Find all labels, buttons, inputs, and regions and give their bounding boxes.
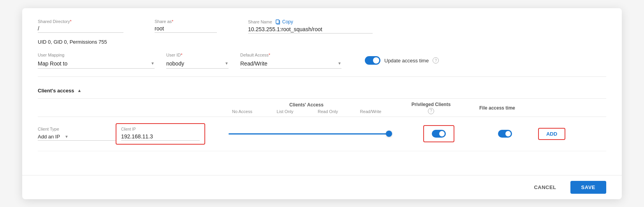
slider-track bbox=[229, 133, 392, 134]
privileged-clients-header: Privileged Clients ? bbox=[396, 102, 466, 114]
update-access-row: Update access time ? bbox=[365, 56, 439, 65]
clients-access-slider[interactable] bbox=[217, 133, 404, 134]
default-access-value: Read/Write bbox=[240, 60, 267, 67]
user-id-value: nobody bbox=[166, 60, 184, 67]
share-as-group: Share as* root bbox=[155, 19, 217, 33]
svg-rect-1 bbox=[276, 19, 279, 23]
user-mapping-group: User Mapping Map Root to ▼ bbox=[38, 53, 155, 69]
client-type-label: Client Type bbox=[38, 127, 116, 131]
clients-section: Client's access ▲ Clients' Access No Acc… bbox=[38, 84, 606, 151]
share-name-value: 10.253.255.1:root_squash/root bbox=[248, 26, 373, 34]
read-only-label: Read Only bbox=[306, 109, 349, 114]
shared-directory-label: Shared Directory* bbox=[38, 19, 123, 24]
clients-access-label: Client's access bbox=[38, 88, 74, 94]
table-row: Client Type Add an IP ▼ Client IP bbox=[38, 117, 606, 151]
default-access-group: Default Access* Read/Write ▼ bbox=[240, 53, 341, 69]
default-access-label: Default Access* bbox=[240, 53, 341, 57]
privileged-help-icon[interactable]: ? bbox=[428, 108, 434, 114]
file-access-toggle-cell bbox=[474, 130, 536, 138]
clients-chevron-up-icon: ▲ bbox=[77, 88, 81, 93]
client-ip-box: Client IP bbox=[116, 123, 205, 145]
modal-footer: CANCEL SAVE bbox=[22, 175, 622, 199]
save-button[interactable]: SAVE bbox=[570, 181, 606, 194]
privileged-slider bbox=[432, 130, 446, 138]
privileged-toggle[interactable] bbox=[432, 130, 446, 138]
shared-directory-value: / bbox=[38, 25, 123, 33]
user-mapping-value: Map Root to bbox=[38, 60, 67, 67]
modal: Shared Directory* / Share as* root Share… bbox=[22, 8, 622, 199]
cancel-button[interactable]: CANCEL bbox=[526, 181, 564, 193]
no-access-label: No Access bbox=[221, 109, 264, 114]
client-type-cell: Client Type Add an IP ▼ bbox=[38, 127, 116, 141]
client-ip-cell: Client IP bbox=[116, 123, 217, 145]
read-write-label: Read/Write bbox=[349, 109, 392, 114]
share-as-value: root bbox=[155, 25, 217, 33]
slider-thumb[interactable] bbox=[386, 131, 392, 137]
update-access-help-icon[interactable]: ? bbox=[433, 57, 439, 64]
update-access-label: Update access time bbox=[384, 58, 429, 64]
user-id-label: User ID* bbox=[166, 53, 229, 57]
share-name-group: Share Name Copy 10.253.255.1:root_squash… bbox=[248, 19, 373, 34]
share-name-label: Share Name bbox=[248, 19, 272, 24]
clients-access-title: Clients' Access bbox=[289, 102, 324, 108]
user-id-chevron-icon: ▼ bbox=[225, 61, 229, 65]
slider-fill bbox=[229, 133, 392, 134]
user-mapping-label: User Mapping bbox=[38, 53, 155, 57]
add-button[interactable]: ADD bbox=[538, 128, 565, 140]
privileged-clients-label: Privileged Clients bbox=[412, 102, 451, 107]
share-as-label: Share as* bbox=[155, 19, 217, 24]
row2: User Mapping Map Root to ▼ User ID* nobo… bbox=[38, 53, 606, 69]
shared-directory-group: Shared Directory* / bbox=[38, 19, 123, 33]
top-section: Shared Directory* / Share as* root Share… bbox=[38, 19, 606, 77]
user-id-select[interactable]: nobody ▼ bbox=[166, 59, 229, 69]
client-type-select[interactable]: Add an IP ▼ bbox=[38, 133, 116, 141]
user-id-group: User ID* nobody ▼ bbox=[166, 53, 229, 69]
update-access-slider bbox=[365, 56, 380, 65]
client-type-value: Add an IP bbox=[38, 134, 60, 140]
privileged-box bbox=[423, 125, 454, 142]
user-mapping-select[interactable]: Map Root to ▼ bbox=[38, 59, 155, 69]
copy-button[interactable]: Copy bbox=[275, 19, 293, 25]
list-only-label: List Only bbox=[264, 109, 306, 114]
table-header-row: Clients' Access No Access List Only Read… bbox=[38, 99, 606, 117]
privileged-toggle-cell bbox=[404, 125, 474, 142]
add-button-cell: ADD bbox=[536, 128, 567, 140]
modal-body: Shared Directory* / Share as* root Share… bbox=[22, 8, 622, 175]
share-name-header: Share Name Copy bbox=[248, 19, 373, 25]
clients-access-header[interactable]: Client's access ▲ bbox=[38, 84, 606, 99]
file-access-label: File access time bbox=[479, 105, 515, 111]
row1: Shared Directory* / Share as* root Share… bbox=[38, 19, 606, 34]
file-access-toggle[interactable] bbox=[498, 130, 512, 138]
copy-icon bbox=[275, 19, 281, 25]
client-type-chevron-icon: ▼ bbox=[65, 134, 69, 139]
client-ip-label: Client IP bbox=[121, 127, 200, 131]
clients-access-sub: No Access List Only Read Only Read/Write bbox=[221, 109, 392, 114]
default-access-chevron-icon: ▼ bbox=[338, 61, 341, 65]
client-ip-input[interactable] bbox=[121, 133, 200, 141]
add-button-label: ADD bbox=[546, 131, 557, 137]
update-access-toggle[interactable] bbox=[365, 56, 380, 65]
user-mapping-chevron-icon: ▼ bbox=[151, 61, 155, 65]
file-access-header: File access time bbox=[466, 105, 528, 111]
clients-access-header-group: Clients' Access No Access List Only Read… bbox=[217, 102, 396, 114]
default-access-select[interactable]: Read/Write ▼ bbox=[240, 59, 341, 69]
file-access-slider bbox=[498, 130, 512, 138]
uid-text: UID 0, GID 0, Permissions 755 bbox=[38, 39, 606, 45]
